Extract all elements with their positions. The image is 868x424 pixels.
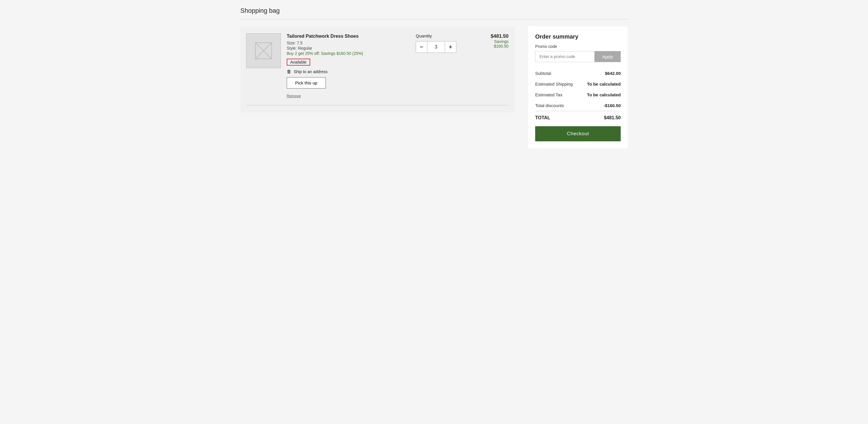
item-size: Size: 7.5	[287, 40, 410, 45]
ship-icon: 🗑	[287, 69, 291, 74]
header-divider	[240, 19, 628, 20]
promo-row: Apply	[535, 51, 621, 62]
quantity-increase-button[interactable]: +	[445, 41, 456, 53]
shipping-row: Estimated Shipping To be calculated	[535, 79, 621, 89]
quantity-section: Quantity − 3 +	[416, 33, 468, 53]
main-content: Tailored Patchwork Dress Shoes Size: 7.5…	[240, 26, 628, 148]
total-label: TOTAL	[535, 115, 550, 120]
checkout-button[interactable]: Checkout	[535, 126, 621, 141]
ship-row: 🗑 Ship to an address	[287, 69, 410, 74]
quantity-display: 3	[427, 41, 445, 53]
savings-label: Savings	[474, 39, 508, 44]
shipping-value: To be calculated	[587, 82, 621, 86]
item-image	[246, 33, 281, 68]
discounts-value: -$160.50	[603, 103, 621, 108]
quantity-decrease-button[interactable]: −	[416, 41, 427, 53]
page-title: Shopping bag	[240, 7, 628, 15]
tax-row: Estimated Tax To be calculated	[535, 89, 621, 100]
image-placeholder-icon	[255, 42, 272, 59]
pickup-button[interactable]: Pick this up	[287, 77, 326, 88]
order-summary: Order summary Promo code Apply Subtotal …	[528, 26, 628, 148]
cart-item: Tailored Patchwork Dress Shoes Size: 7.5…	[246, 33, 508, 98]
item-style: Style: Regular	[287, 46, 410, 51]
cart-section: Tailored Patchwork Dress Shoes Size: 7.5…	[240, 26, 514, 112]
promo-input[interactable]	[535, 51, 595, 62]
promo-label: Promo code	[535, 44, 621, 49]
shipping-label: Estimated Shipping	[535, 82, 572, 86]
quantity-controls: − 3 +	[416, 41, 456, 53]
item-details: Tailored Patchwork Dress Shoes Size: 7.5…	[287, 33, 410, 98]
subtotal-value: $642.00	[605, 71, 621, 76]
summary-title: Order summary	[535, 33, 621, 40]
subtotal-label: Subtotal	[535, 71, 551, 76]
remove-button[interactable]: Remove	[287, 94, 301, 98]
item-price: $481.50	[474, 33, 508, 39]
tax-label: Estimated Tax	[535, 92, 562, 97]
subtotal-row: Subtotal $642.00	[535, 68, 621, 79]
tax-value: To be calculated	[587, 92, 621, 97]
total-value: $481.50	[604, 115, 621, 120]
discounts-label: Total discounts	[535, 103, 564, 108]
discounts-row: Total discounts -$160.50	[535, 100, 621, 111]
cart-divider	[246, 105, 508, 105]
availability-badge: Available	[287, 59, 310, 65]
savings-amount: $160.50	[474, 44, 508, 49]
item-promo: Buy 2 get 25% off: Savings $160.50 (25%)	[287, 51, 410, 56]
apply-button[interactable]: Apply	[595, 51, 621, 62]
page-wrapper: Shopping bag Tailored Patchwork Dress Sh…	[231, 0, 637, 155]
ship-label: Ship to an address	[294, 69, 328, 74]
item-name: Tailored Patchwork Dress Shoes	[287, 33, 410, 39]
total-row: TOTAL $481.50	[535, 111, 621, 126]
price-section: $481.50 Savings $160.50	[474, 33, 508, 49]
quantity-label: Quantity	[416, 33, 432, 38]
